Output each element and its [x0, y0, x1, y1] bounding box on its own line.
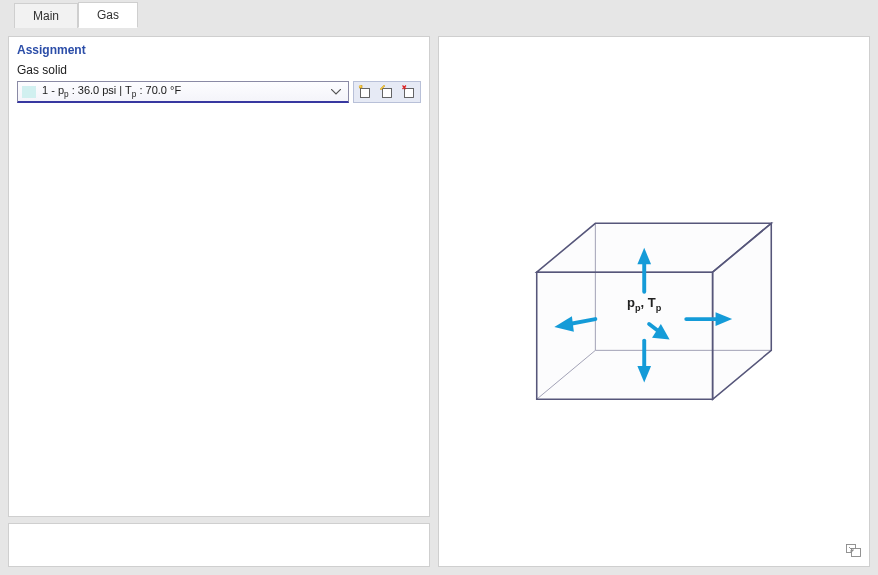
- tab-bar: Main Gas: [0, 0, 878, 28]
- svg-rect-2: [383, 89, 392, 98]
- tab-main-label: Main: [33, 9, 59, 23]
- edit-item-button[interactable]: [376, 82, 398, 102]
- preview-panel: pp, Tp: [438, 36, 870, 567]
- select-value: 1 - pp : 36.0 psi | Tp : 70.0 °F: [42, 84, 328, 99]
- picture-icon: [846, 544, 862, 558]
- tab-main[interactable]: Main: [14, 3, 78, 28]
- svg-rect-3: [405, 89, 414, 98]
- delete-sheet-icon: [402, 85, 416, 99]
- tab-gas-label: Gas: [97, 8, 119, 22]
- bottom-panel: [8, 523, 430, 567]
- expand-diagram-button[interactable]: [845, 542, 863, 560]
- add-sheet-icon: [358, 85, 372, 99]
- new-item-button[interactable]: [354, 82, 376, 102]
- assignment-panel: Assignment Gas solid 1 - pp : 36.0 psi |…: [8, 36, 430, 517]
- svg-rect-0: [361, 89, 370, 98]
- tab-gas[interactable]: Gas: [78, 2, 138, 28]
- select-actions-group: [353, 81, 421, 103]
- svg-marker-4: [537, 272, 713, 399]
- select-color-swatch: [22, 86, 36, 98]
- chevron-down-icon: [328, 86, 344, 97]
- gas-solid-select[interactable]: 1 - pp : 36.0 psi | Tp : 70.0 °F: [17, 81, 349, 103]
- gas-solid-label: Gas solid: [17, 63, 421, 77]
- delete-item-button[interactable]: [398, 82, 420, 102]
- assignment-title: Assignment: [17, 43, 421, 57]
- diagram-label: pp, Tp: [627, 295, 661, 313]
- edit-sheet-icon: [380, 85, 394, 99]
